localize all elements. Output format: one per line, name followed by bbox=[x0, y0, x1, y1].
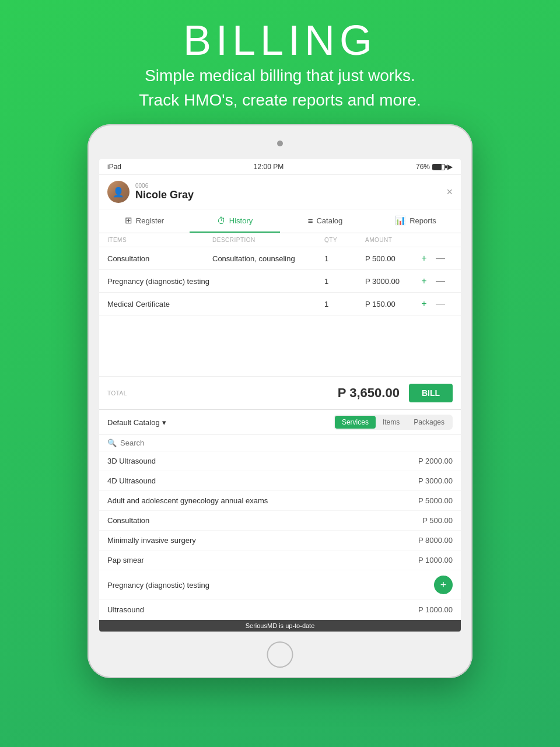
service-price: P 1000.00 bbox=[418, 556, 453, 564]
tab-services[interactable]: Services bbox=[335, 416, 376, 429]
table-spacer bbox=[99, 315, 461, 376]
tab-register-label: Register bbox=[136, 216, 164, 225]
tab-history-label: History bbox=[229, 216, 253, 225]
table-headers: ITEMS DESCRIPTION QTY AMOUNT bbox=[99, 233, 461, 247]
table-row: Medical Certificate 1 P 150.00 + — bbox=[99, 293, 461, 315]
tab-items[interactable]: Items bbox=[376, 416, 407, 429]
dropdown-arrow-icon: ▾ bbox=[162, 418, 166, 427]
catalog-section: Default Catalog ▾ Services Items Package… bbox=[99, 409, 461, 620]
battery-icon bbox=[432, 164, 445, 170]
service-name: 3D Ultrasound bbox=[107, 457, 156, 465]
list-item: Pregnancy (diagnostic) testing + bbox=[99, 570, 461, 600]
page-title: BILLING bbox=[0, 17, 560, 64]
tab-history[interactable]: ⏱ History bbox=[190, 209, 280, 233]
remove-item-button[interactable]: — bbox=[434, 275, 447, 287]
item-qty: 1 bbox=[324, 300, 365, 308]
tab-catalog[interactable]: ≡ Catalog bbox=[280, 209, 370, 233]
add-item-button[interactable]: + bbox=[418, 252, 430, 265]
patient-header: 👤 0006 Nicole Gray × bbox=[99, 175, 461, 209]
item-description: Consultation, counseling bbox=[212, 254, 324, 263]
tab-reports-label: Reports bbox=[410, 216, 436, 225]
list-item: Pap smear P 1000.00 bbox=[99, 550, 461, 570]
service-price: P 500.00 bbox=[422, 516, 453, 525]
tab-bar: ⊞ Register ⏱ History ≡ Catalog 📊 Reports bbox=[99, 209, 461, 233]
total-row: TOTAL P 3,650.00 BILL bbox=[99, 376, 461, 409]
status-text: SeriousMD is up-to-date bbox=[246, 622, 315, 629]
service-price: P 1000.00 bbox=[418, 605, 453, 614]
list-item: Consultation P 500.00 bbox=[99, 511, 461, 531]
camera-dot bbox=[277, 141, 283, 146]
bottom-status-bar: SeriousMD is up-to-date bbox=[99, 620, 461, 632]
col-qty: QTY bbox=[324, 237, 365, 243]
service-price: P 5000.00 bbox=[418, 496, 453, 505]
service-name: Adult and adolescent gynecology annual e… bbox=[107, 496, 268, 505]
catalog-tabs: Services Items Packages bbox=[334, 415, 453, 430]
service-price: P 2000.00 bbox=[418, 457, 453, 465]
avatar-image: 👤 bbox=[107, 181, 130, 203]
table-row: Consultation Consultation, counseling 1 … bbox=[99, 247, 461, 270]
list-item: Adult and adolescent gynecology annual e… bbox=[99, 491, 461, 511]
list-item: 4D Ultrasound P 3000.00 bbox=[99, 471, 461, 491]
row-actions: + — bbox=[418, 252, 453, 265]
tab-register[interactable]: ⊞ Register bbox=[99, 209, 190, 233]
service-list: 3D Ultrasound P 2000.00 4D Ultrasound P … bbox=[99, 451, 461, 620]
time-label: 12:00 PM bbox=[254, 163, 284, 171]
device-label: iPad bbox=[107, 163, 121, 171]
table-row: Pregnancy (diagnostic) testing 1 P 3000.… bbox=[99, 270, 461, 293]
page-header: BILLING Simple medical billing that just… bbox=[0, 0, 560, 124]
ipad-frame: iPad 12:00 PM 76% ▶ 👤 0006 Nicole Gray × bbox=[88, 124, 473, 678]
add-item-button[interactable]: + bbox=[418, 275, 430, 287]
item-name: Consultation bbox=[107, 254, 212, 263]
tab-packages[interactable]: Packages bbox=[407, 416, 452, 429]
item-qty: 1 bbox=[324, 254, 365, 263]
list-item: Minimally invasive surgery P 8000.00 bbox=[99, 531, 461, 550]
service-name: Minimally invasive surgery bbox=[107, 536, 196, 545]
patient-info: 0006 Nicole Gray bbox=[135, 183, 194, 201]
catalog-name: Default Catalog bbox=[107, 418, 160, 427]
remove-item-button[interactable]: — bbox=[434, 297, 447, 310]
col-amount: AMOUNT bbox=[365, 237, 418, 243]
search-bar: 🔍 bbox=[99, 434, 461, 451]
service-name: 4D Ultrasound bbox=[107, 476, 156, 485]
row-actions: + — bbox=[418, 275, 453, 287]
service-name: Pregnancy (diagnostic) testing bbox=[107, 581, 209, 590]
add-item-button[interactable]: + bbox=[418, 297, 430, 310]
remove-item-button[interactable]: — bbox=[434, 252, 447, 265]
history-icon: ⏱ bbox=[217, 216, 226, 226]
catalog-header: Default Catalog ▾ Services Items Package… bbox=[99, 410, 461, 434]
avatar: 👤 bbox=[107, 181, 130, 203]
billing-table: ITEMS DESCRIPTION QTY AMOUNT Consultatio… bbox=[99, 233, 461, 409]
status-bar: iPad 12:00 PM 76% ▶ bbox=[99, 159, 461, 175]
item-amount: P 150.00 bbox=[365, 300, 418, 308]
service-name: Pap smear bbox=[107, 556, 144, 564]
service-name: Consultation bbox=[107, 516, 149, 525]
list-item: 3D Ultrasound P 2000.00 bbox=[99, 451, 461, 471]
close-button[interactable]: × bbox=[446, 186, 453, 198]
tab-reports[interactable]: 📊 Reports bbox=[370, 209, 461, 233]
item-amount: P 500.00 bbox=[365, 254, 418, 263]
register-icon: ⊞ bbox=[125, 215, 132, 226]
page-subtitle: Simple medical billing that just works. … bbox=[0, 64, 560, 113]
item-amount: P 3000.00 bbox=[365, 277, 418, 286]
battery-percent: 76% bbox=[416, 163, 430, 171]
patient-number: 0006 bbox=[135, 183, 194, 189]
list-item: Ultrasound P 1000.00 bbox=[99, 600, 461, 620]
add-service-button[interactable]: + bbox=[434, 576, 453, 594]
battery-indicator: 76% ▶ bbox=[416, 163, 453, 171]
row-actions: + — bbox=[418, 297, 453, 310]
col-items: ITEMS bbox=[107, 237, 212, 243]
total-label: TOTAL bbox=[107, 390, 127, 397]
catalog-dropdown[interactable]: Default Catalog ▾ bbox=[107, 418, 166, 427]
catalog-icon: ≡ bbox=[308, 216, 313, 226]
item-qty: 1 bbox=[324, 277, 365, 286]
total-amount: P 3,650.00 bbox=[338, 385, 400, 401]
search-input[interactable] bbox=[120, 439, 453, 447]
patient-name: Nicole Gray bbox=[135, 189, 194, 201]
search-icon: 🔍 bbox=[107, 439, 117, 447]
service-price: P 8000.00 bbox=[418, 536, 453, 545]
ipad-screen: iPad 12:00 PM 76% ▶ 👤 0006 Nicole Gray × bbox=[99, 159, 461, 632]
bill-button[interactable]: BILL bbox=[409, 384, 453, 402]
item-name: Medical Certificate bbox=[107, 300, 212, 308]
service-price: P 3000.00 bbox=[418, 476, 453, 485]
home-button[interactable] bbox=[267, 641, 293, 668]
